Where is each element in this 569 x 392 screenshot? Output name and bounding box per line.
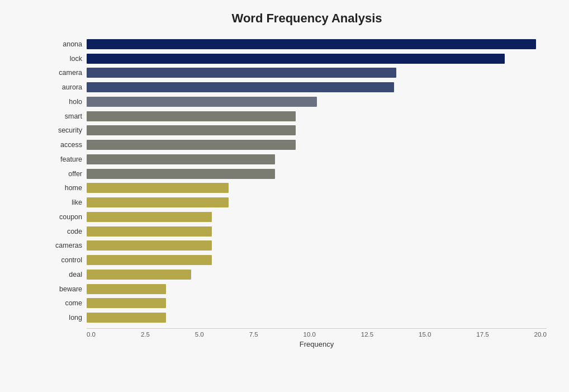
- bar-track: [87, 240, 547, 251]
- x-axis: 0.02.55.07.510.012.515.017.520.0 Frequen…: [87, 328, 547, 351]
- bar-fill: [87, 54, 505, 64]
- bars-section: anonalockcameraauroraholosmartsecurityac…: [45, 37, 547, 325]
- x-axis-label: Frequency: [87, 340, 547, 348]
- bar-label: smart: [45, 112, 87, 120]
- bar-label: holo: [45, 98, 87, 106]
- bar-label: deal: [45, 271, 87, 278]
- bar-label: lock: [45, 55, 87, 63]
- bar-label: beware: [45, 285, 87, 293]
- bar-row: access: [45, 139, 547, 151]
- bar-label: camera: [45, 69, 87, 77]
- bar-label: control: [45, 256, 87, 264]
- bar-row: home: [45, 182, 547, 194]
- bar-track: [87, 82, 547, 92]
- bar-label: come: [45, 299, 87, 307]
- bar-label: code: [45, 228, 87, 235]
- bar-fill: [87, 169, 275, 179]
- bar-label: security: [45, 126, 87, 134]
- x-tick: 0.0: [87, 331, 96, 338]
- bar-fill: [87, 183, 229, 193]
- x-tick: 15.0: [419, 331, 431, 338]
- bar-fill: [87, 255, 212, 265]
- bar-track: [87, 197, 547, 207]
- bar-label: cameras: [45, 242, 87, 249]
- bar-row: security: [45, 124, 547, 136]
- bar-track: [87, 169, 547, 179]
- x-tick: 20.0: [534, 331, 547, 338]
- x-tick: 5.0: [195, 331, 204, 338]
- bar-track: [87, 39, 547, 49]
- bar-label: access: [45, 141, 87, 149]
- bar-fill: [87, 197, 229, 207]
- bar-track: [87, 54, 547, 64]
- bar-fill: [87, 97, 317, 107]
- bar-row: aurora: [45, 81, 547, 93]
- x-tick: 10.0: [304, 331, 316, 338]
- bar-fill: [87, 154, 275, 164]
- bar-row: long: [45, 311, 547, 324]
- bar-row: beware: [45, 283, 547, 295]
- bar-row: holo: [45, 96, 547, 108]
- bar-label: like: [45, 199, 87, 206]
- bar-track: [87, 154, 547, 164]
- x-tick: 12.5: [361, 331, 373, 338]
- bar-row: camera: [45, 67, 547, 79]
- bar-track: [87, 111, 547, 121]
- bar-row: code: [45, 225, 547, 238]
- bar-fill: [87, 240, 212, 251]
- x-axis-line: [87, 328, 547, 329]
- bar-label: long: [45, 314, 87, 322]
- bar-track: [87, 313, 547, 323]
- bar-fill: [87, 226, 212, 237]
- bar-track: [87, 125, 547, 135]
- bar-track: [87, 226, 547, 237]
- x-tick: 2.5: [141, 331, 150, 338]
- bar-label: anona: [45, 40, 87, 48]
- bar-fill: [87, 284, 166, 294]
- bar-fill: [87, 68, 396, 78]
- x-tick: 17.5: [476, 331, 489, 338]
- bar-row: lock: [45, 53, 547, 65]
- bar-track: [87, 284, 547, 294]
- chart-container: Word Frequency Analysis anonalockcameraa…: [0, 0, 569, 392]
- bar-row: control: [45, 254, 547, 266]
- bar-label: offer: [45, 170, 87, 178]
- bar-fill: [87, 313, 166, 323]
- bar-fill: [87, 270, 191, 280]
- bar-track: [87, 255, 547, 265]
- bar-row: come: [45, 297, 547, 309]
- bar-row: coupon: [45, 211, 547, 223]
- bar-row: cameras: [45, 239, 547, 252]
- bar-fill: [87, 39, 536, 49]
- bar-track: [87, 270, 547, 280]
- bar-fill: [87, 125, 296, 135]
- bar-fill: [87, 82, 394, 92]
- bar-track: [87, 298, 547, 308]
- bar-row: smart: [45, 110, 547, 122]
- bar-track: [87, 212, 547, 222]
- bar-row: anona: [45, 38, 547, 50]
- chart-area: anonalockcameraauroraholosmartsecurityac…: [45, 37, 547, 351]
- bar-track: [87, 140, 547, 150]
- bar-label: home: [45, 184, 87, 192]
- bar-label: aurora: [45, 83, 87, 91]
- bar-label: feature: [45, 155, 87, 163]
- x-ticks: 0.02.55.07.510.012.515.017.520.0: [87, 331, 547, 338]
- x-tick: 7.5: [249, 331, 258, 338]
- bar-fill: [87, 140, 296, 150]
- bar-row: offer: [45, 168, 547, 180]
- bar-track: [87, 183, 547, 193]
- bar-row: feature: [45, 153, 547, 166]
- bar-track: [87, 97, 547, 107]
- bar-label: coupon: [45, 213, 87, 221]
- bar-fill: [87, 212, 212, 222]
- bar-row: like: [45, 196, 547, 209]
- bar-fill: [87, 111, 296, 121]
- bar-fill: [87, 298, 166, 308]
- chart-title: Word Frequency Analysis: [67, 11, 547, 26]
- bar-row: deal: [45, 268, 547, 281]
- bar-track: [87, 68, 547, 78]
